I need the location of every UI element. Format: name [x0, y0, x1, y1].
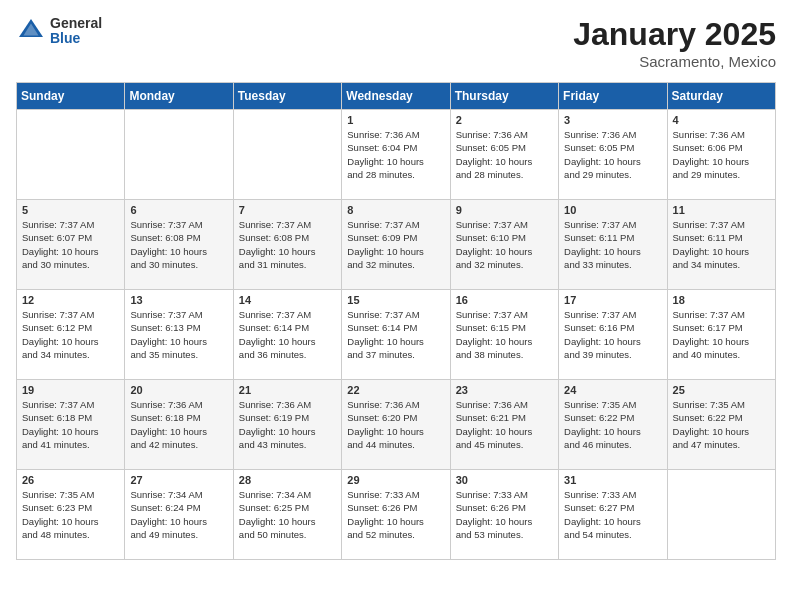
weekday-header-row: SundayMondayTuesdayWednesdayThursdayFrid…	[17, 83, 776, 110]
calendar-title: January 2025	[573, 16, 776, 53]
day-info: Sunrise: 7:33 AM Sunset: 6:26 PM Dayligh…	[347, 488, 444, 541]
calendar-week-row: 1Sunrise: 7:36 AM Sunset: 6:04 PM Daylig…	[17, 110, 776, 200]
day-info: Sunrise: 7:34 AM Sunset: 6:25 PM Dayligh…	[239, 488, 336, 541]
logo-blue: Blue	[50, 31, 102, 46]
day-number: 30	[456, 474, 553, 486]
day-number: 8	[347, 204, 444, 216]
calendar-week-row: 5Sunrise: 7:37 AM Sunset: 6:07 PM Daylig…	[17, 200, 776, 290]
logo-text: General Blue	[50, 16, 102, 47]
day-info: Sunrise: 7:35 AM Sunset: 6:22 PM Dayligh…	[564, 398, 661, 451]
day-info: Sunrise: 7:37 AM Sunset: 6:13 PM Dayligh…	[130, 308, 227, 361]
day-number: 10	[564, 204, 661, 216]
calendar-cell: 4Sunrise: 7:36 AM Sunset: 6:06 PM Daylig…	[667, 110, 775, 200]
calendar-cell: 5Sunrise: 7:37 AM Sunset: 6:07 PM Daylig…	[17, 200, 125, 290]
day-number: 29	[347, 474, 444, 486]
day-number: 27	[130, 474, 227, 486]
calendar-cell: 21Sunrise: 7:36 AM Sunset: 6:19 PM Dayli…	[233, 380, 341, 470]
calendar-cell: 17Sunrise: 7:37 AM Sunset: 6:16 PM Dayli…	[559, 290, 667, 380]
calendar-week-row: 12Sunrise: 7:37 AM Sunset: 6:12 PM Dayli…	[17, 290, 776, 380]
weekday-label: Tuesday	[233, 83, 341, 110]
day-info: Sunrise: 7:36 AM Sunset: 6:04 PM Dayligh…	[347, 128, 444, 181]
day-info: Sunrise: 7:37 AM Sunset: 6:10 PM Dayligh…	[456, 218, 553, 271]
weekday-label: Wednesday	[342, 83, 450, 110]
day-info: Sunrise: 7:36 AM Sunset: 6:05 PM Dayligh…	[456, 128, 553, 181]
day-info: Sunrise: 7:37 AM Sunset: 6:08 PM Dayligh…	[239, 218, 336, 271]
calendar-cell: 23Sunrise: 7:36 AM Sunset: 6:21 PM Dayli…	[450, 380, 558, 470]
day-number: 5	[22, 204, 119, 216]
day-number: 7	[239, 204, 336, 216]
calendar-cell	[667, 470, 775, 560]
day-info: Sunrise: 7:36 AM Sunset: 6:18 PM Dayligh…	[130, 398, 227, 451]
calendar-cell	[233, 110, 341, 200]
day-number: 15	[347, 294, 444, 306]
weekday-label: Thursday	[450, 83, 558, 110]
logo-icon	[16, 16, 46, 46]
calendar-week-row: 26Sunrise: 7:35 AM Sunset: 6:23 PM Dayli…	[17, 470, 776, 560]
calendar-subtitle: Sacramento, Mexico	[573, 53, 776, 70]
calendar-cell	[125, 110, 233, 200]
day-number: 14	[239, 294, 336, 306]
calendar-body: 1Sunrise: 7:36 AM Sunset: 6:04 PM Daylig…	[17, 110, 776, 560]
logo-general: General	[50, 16, 102, 31]
calendar-cell: 6Sunrise: 7:37 AM Sunset: 6:08 PM Daylig…	[125, 200, 233, 290]
calendar-cell: 16Sunrise: 7:37 AM Sunset: 6:15 PM Dayli…	[450, 290, 558, 380]
day-info: Sunrise: 7:37 AM Sunset: 6:08 PM Dayligh…	[130, 218, 227, 271]
day-number: 1	[347, 114, 444, 126]
day-info: Sunrise: 7:37 AM Sunset: 6:07 PM Dayligh…	[22, 218, 119, 271]
day-number: 19	[22, 384, 119, 396]
day-info: Sunrise: 7:36 AM Sunset: 6:20 PM Dayligh…	[347, 398, 444, 451]
day-info: Sunrise: 7:36 AM Sunset: 6:21 PM Dayligh…	[456, 398, 553, 451]
calendar-table: SundayMondayTuesdayWednesdayThursdayFrid…	[16, 82, 776, 560]
calendar-cell: 8Sunrise: 7:37 AM Sunset: 6:09 PM Daylig…	[342, 200, 450, 290]
day-info: Sunrise: 7:37 AM Sunset: 6:11 PM Dayligh…	[564, 218, 661, 271]
day-info: Sunrise: 7:36 AM Sunset: 6:05 PM Dayligh…	[564, 128, 661, 181]
day-number: 6	[130, 204, 227, 216]
calendar-cell: 25Sunrise: 7:35 AM Sunset: 6:22 PM Dayli…	[667, 380, 775, 470]
day-number: 25	[673, 384, 770, 396]
day-number: 26	[22, 474, 119, 486]
calendar-cell: 28Sunrise: 7:34 AM Sunset: 6:25 PM Dayli…	[233, 470, 341, 560]
calendar-cell: 31Sunrise: 7:33 AM Sunset: 6:27 PM Dayli…	[559, 470, 667, 560]
calendar-cell	[17, 110, 125, 200]
calendar-cell: 27Sunrise: 7:34 AM Sunset: 6:24 PM Dayli…	[125, 470, 233, 560]
day-info: Sunrise: 7:37 AM Sunset: 6:14 PM Dayligh…	[239, 308, 336, 361]
calendar-cell: 20Sunrise: 7:36 AM Sunset: 6:18 PM Dayli…	[125, 380, 233, 470]
day-number: 24	[564, 384, 661, 396]
day-number: 3	[564, 114, 661, 126]
day-info: Sunrise: 7:37 AM Sunset: 6:14 PM Dayligh…	[347, 308, 444, 361]
day-info: Sunrise: 7:37 AM Sunset: 6:15 PM Dayligh…	[456, 308, 553, 361]
calendar-cell: 24Sunrise: 7:35 AM Sunset: 6:22 PM Dayli…	[559, 380, 667, 470]
day-info: Sunrise: 7:37 AM Sunset: 6:16 PM Dayligh…	[564, 308, 661, 361]
day-info: Sunrise: 7:37 AM Sunset: 6:09 PM Dayligh…	[347, 218, 444, 271]
day-number: 21	[239, 384, 336, 396]
calendar-week-row: 19Sunrise: 7:37 AM Sunset: 6:18 PM Dayli…	[17, 380, 776, 470]
weekday-label: Friday	[559, 83, 667, 110]
day-info: Sunrise: 7:36 AM Sunset: 6:19 PM Dayligh…	[239, 398, 336, 451]
day-info: Sunrise: 7:37 AM Sunset: 6:18 PM Dayligh…	[22, 398, 119, 451]
page-header: General Blue January 2025 Sacramento, Me…	[16, 16, 776, 70]
day-number: 12	[22, 294, 119, 306]
calendar-cell: 22Sunrise: 7:36 AM Sunset: 6:20 PM Dayli…	[342, 380, 450, 470]
day-info: Sunrise: 7:37 AM Sunset: 6:17 PM Dayligh…	[673, 308, 770, 361]
calendar-cell: 3Sunrise: 7:36 AM Sunset: 6:05 PM Daylig…	[559, 110, 667, 200]
day-number: 2	[456, 114, 553, 126]
calendar-cell: 19Sunrise: 7:37 AM Sunset: 6:18 PM Dayli…	[17, 380, 125, 470]
day-number: 9	[456, 204, 553, 216]
weekday-label: Saturday	[667, 83, 775, 110]
calendar-cell: 11Sunrise: 7:37 AM Sunset: 6:11 PM Dayli…	[667, 200, 775, 290]
day-number: 22	[347, 384, 444, 396]
calendar-cell: 2Sunrise: 7:36 AM Sunset: 6:05 PM Daylig…	[450, 110, 558, 200]
calendar-cell: 10Sunrise: 7:37 AM Sunset: 6:11 PM Dayli…	[559, 200, 667, 290]
calendar-cell: 1Sunrise: 7:36 AM Sunset: 6:04 PM Daylig…	[342, 110, 450, 200]
calendar-cell: 30Sunrise: 7:33 AM Sunset: 6:26 PM Dayli…	[450, 470, 558, 560]
day-info: Sunrise: 7:35 AM Sunset: 6:23 PM Dayligh…	[22, 488, 119, 541]
day-number: 17	[564, 294, 661, 306]
calendar-cell: 29Sunrise: 7:33 AM Sunset: 6:26 PM Dayli…	[342, 470, 450, 560]
day-number: 31	[564, 474, 661, 486]
day-info: Sunrise: 7:37 AM Sunset: 6:12 PM Dayligh…	[22, 308, 119, 361]
day-number: 18	[673, 294, 770, 306]
title-block: January 2025 Sacramento, Mexico	[573, 16, 776, 70]
calendar-cell: 7Sunrise: 7:37 AM Sunset: 6:08 PM Daylig…	[233, 200, 341, 290]
day-info: Sunrise: 7:35 AM Sunset: 6:22 PM Dayligh…	[673, 398, 770, 451]
weekday-label: Sunday	[17, 83, 125, 110]
